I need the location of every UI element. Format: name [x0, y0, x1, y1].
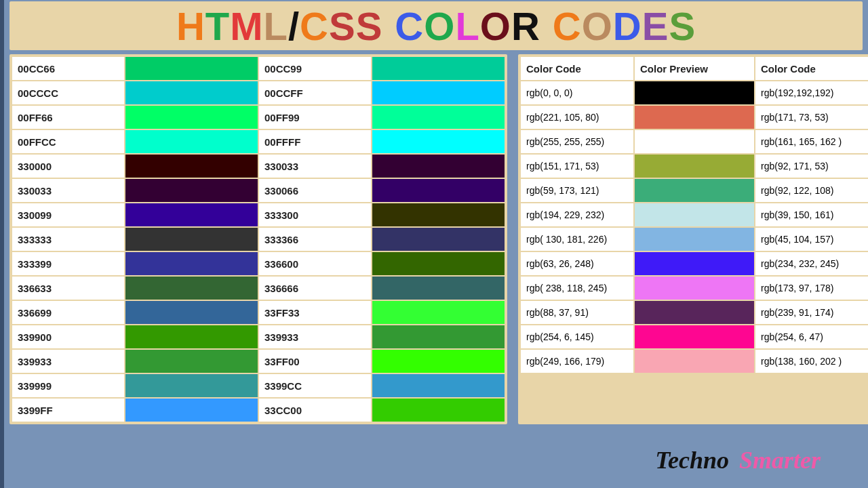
- rgb-swatch: [635, 301, 754, 324]
- rgb-code-cell: rgb(151, 171, 53): [521, 155, 633, 178]
- hex-swatch: [125, 203, 258, 226]
- hex-code-cell: 3399CC: [259, 374, 371, 397]
- title-letter: R: [511, 3, 540, 49]
- hex-code-cell: 339999: [12, 374, 124, 397]
- rgb-swatch: [635, 228, 754, 251]
- hex-code-cell: 3399FF: [12, 399, 124, 422]
- hex-swatch: [372, 57, 505, 80]
- rgb-code-cell: rgb(45, 104, 157): [755, 228, 868, 251]
- hex-swatch: [125, 301, 258, 324]
- hex-swatch: [125, 81, 258, 104]
- hex-code-cell: 00FF66: [12, 106, 124, 129]
- title-letter: M: [230, 3, 263, 49]
- hex-code-cell: 330033: [259, 155, 371, 178]
- hex-swatch: [125, 350, 258, 373]
- hex-code-cell: 336699: [12, 301, 124, 324]
- hex-code-cell: 00CC66: [12, 57, 124, 80]
- rgb-header-2: Color Preview: [635, 57, 754, 80]
- rgb-code-cell: rgb(239, 91, 174): [755, 301, 868, 324]
- footer-part-1: Techno: [655, 447, 729, 474]
- rgb-code-cell: rgb(254, 6, 47): [755, 325, 868, 348]
- rgb-code-cell: rgb(221, 105, 80): [521, 106, 633, 129]
- hex-code-cell: 333399: [12, 252, 124, 275]
- hex-swatch: [372, 179, 505, 202]
- hex-code-cell: 00FFCC: [12, 130, 124, 153]
- rgb-code-cell: rgb( 130, 181, 226): [521, 228, 633, 251]
- rgb-code-cell: rgb(254, 6, 145): [521, 325, 633, 348]
- title-letter: C: [553, 3, 582, 49]
- hex-swatch: [125, 130, 258, 153]
- hex-code-cell: 33FF33: [259, 301, 371, 324]
- hex-code-cell: 00FFFF: [259, 130, 371, 153]
- rgb-swatch: [635, 325, 754, 348]
- hex-swatch: [372, 374, 505, 397]
- hex-swatch: [372, 301, 505, 324]
- hex-code-cell: 333333: [12, 228, 124, 251]
- rgb-code-cell: rgb(59, 173, 121): [521, 179, 633, 202]
- rgb-panel: Color Code Color Preview Color Code rgb(…: [518, 54, 868, 424]
- rgb-swatch: [635, 155, 754, 178]
- title-letter: D: [613, 3, 642, 49]
- rgb-code-cell: rgb(249, 166, 179): [521, 350, 633, 373]
- rgb-swatch: [635, 252, 754, 275]
- title-letter: O: [480, 3, 511, 49]
- hex-code-cell: 00CCCC: [12, 81, 124, 104]
- hex-swatch: [125, 179, 258, 202]
- hex-swatch: [372, 155, 505, 178]
- hex-code-cell: 339900: [12, 325, 124, 348]
- rgb-code-cell: rgb(161, 165, 162 ): [755, 130, 868, 153]
- title-letter: S: [329, 3, 356, 49]
- rgb-code-cell: rgb(88, 37, 91): [521, 301, 633, 324]
- title-letter: O: [424, 3, 455, 49]
- rgb-code-cell: rgb(255, 255, 255): [521, 130, 633, 153]
- rgb-code-cell: rgb(92, 171, 53): [755, 155, 868, 178]
- hex-grid: 00CC6600CC9900CCCC00CCFF00FF6600FF9900FF…: [12, 57, 505, 422]
- title-letter: S: [356, 3, 383, 49]
- title-letter: L: [455, 3, 479, 49]
- hex-code-cell: 33FF00: [259, 350, 371, 373]
- hex-swatch: [125, 399, 258, 422]
- rgb-code-cell: rgb(171, 73, 53): [755, 106, 868, 129]
- hex-swatch: [372, 277, 505, 300]
- hex-swatch: [372, 350, 505, 373]
- rgb-swatch: [635, 203, 754, 226]
- rgb-code-cell: rgb(0, 0, 0): [521, 81, 633, 104]
- hex-swatch: [125, 325, 258, 348]
- rgb-header-1: Color Code: [521, 57, 633, 80]
- hex-swatch: [372, 325, 505, 348]
- rgb-code-cell: rgb(138, 160, 202 ): [755, 350, 868, 373]
- footer-brand: Techno Smarter: [655, 446, 821, 474]
- rgb-code-cell: rgb(192,192,192): [755, 81, 868, 104]
- hex-code-cell: 333300: [259, 203, 371, 226]
- hex-swatch: [125, 374, 258, 397]
- rgb-swatch: [635, 130, 754, 153]
- title-letter: T: [205, 3, 230, 49]
- content-area: 00CC6600CC9900CCCC00CCFF00FF6600FF9900FF…: [4, 54, 868, 424]
- hex-swatch: [125, 252, 258, 275]
- rgb-swatch: [635, 350, 754, 373]
- rgb-swatch: [635, 106, 754, 129]
- hex-swatch: [372, 203, 505, 226]
- hex-swatch: [372, 252, 505, 275]
- title-letter: H: [176, 3, 205, 49]
- hex-swatch: [372, 399, 505, 422]
- title-letter: O: [582, 3, 613, 49]
- hex-swatch: [125, 277, 258, 300]
- hex-panel: 00CC6600CC9900CCCC00CCFF00FF6600FF9900FF…: [9, 54, 507, 424]
- rgb-code-cell: rgb(234, 232, 245): [755, 252, 868, 275]
- title-letter: S: [669, 3, 696, 49]
- hex-swatch: [372, 81, 505, 104]
- rgb-swatch: [635, 81, 754, 104]
- rgb-grid: Color Code Color Preview Color Code rgb(…: [521, 57, 868, 373]
- page-title: HTML/CSS COLOR CODES: [9, 1, 863, 50]
- hex-code-cell: 330066: [259, 179, 371, 202]
- title-letter: E: [642, 3, 669, 49]
- rgb-code-cell: rgb(194, 229, 232): [521, 203, 633, 226]
- hex-code-cell: 330000: [12, 155, 124, 178]
- rgb-code-cell: rgb(173, 97, 178): [755, 277, 868, 300]
- title-letter: /: [288, 3, 300, 49]
- hex-code-cell: 00CCFF: [259, 81, 371, 104]
- rgb-code-cell: rgb(39, 150, 161): [755, 203, 868, 226]
- rgb-header-3: Color Code: [755, 57, 868, 80]
- hex-code-cell: 339933: [259, 325, 371, 348]
